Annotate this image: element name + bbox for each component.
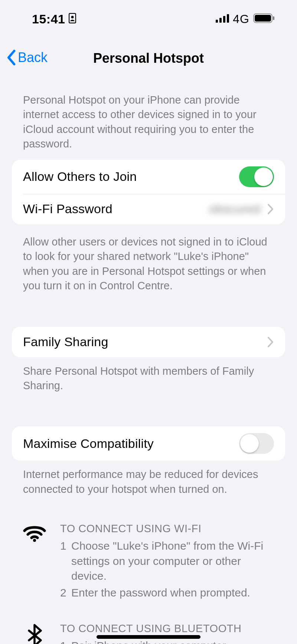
svg-rect-3 (219, 18, 222, 23)
allow-others-toggle[interactable] (239, 166, 274, 187)
svg-rect-5 (227, 14, 229, 23)
status-bar: 15:41 4G (0, 0, 297, 41)
instructions: TO CONNECT USING WI-FI 1Choose "Luke's i… (12, 523, 285, 644)
maximise-toggle[interactable] (239, 433, 274, 454)
row-maximise-compatibility[interactable]: Maximise Compatibility (12, 426, 285, 461)
allow-others-label: Allow Others to Join (23, 169, 239, 184)
cellular-signal-icon (216, 14, 229, 24)
row-wifi-password[interactable]: Wi-Fi Password obscured (12, 194, 285, 224)
id-card-icon (69, 12, 76, 26)
allow-footer: Allow other users or devices not signed … (12, 235, 285, 293)
bt-instr-title: TO CONNECT USING BLUETOOTH (60, 622, 274, 635)
wifi-instr-steps: 1Choose "Luke's iPhone" from the Wi-Fi s… (60, 539, 274, 600)
nav-header: Back Personal Hotspot (0, 41, 297, 74)
group-maximise: Maximise Compatibility (12, 426, 285, 461)
home-indicator[interactable] (97, 635, 200, 639)
maximise-label: Maximise Compatibility (23, 436, 239, 451)
intro-text: Personal Hotspot on your iPhone can prov… (12, 93, 285, 152)
wifi-icon (23, 523, 46, 602)
family-footer: Share Personal Hotspot with members of F… (12, 364, 285, 393)
battery-icon (253, 13, 275, 25)
chevron-right-icon (267, 336, 274, 348)
bluetooth-instructions: TO CONNECT USING BLUETOOTH 1Pair iPhone … (23, 622, 274, 644)
group-family: Family Sharing (12, 327, 285, 357)
maximise-footer: Internet performance may be reduced for … (12, 467, 285, 497)
wifi-instr-title: TO CONNECT USING WI-FI (60, 523, 274, 535)
svg-point-1 (71, 16, 74, 18)
page-title: Personal Hotspot (93, 51, 204, 66)
wifi-password-label: Wi-Fi Password (23, 202, 209, 216)
family-sharing-label: Family Sharing (23, 335, 261, 349)
back-button[interactable]: Back (6, 49, 48, 66)
group-allow: Allow Others to Join Wi-Fi Password obsc… (12, 160, 285, 224)
status-network: 4G (233, 12, 249, 26)
row-family-sharing[interactable]: Family Sharing (12, 327, 285, 357)
svg-rect-4 (223, 16, 225, 23)
bluetooth-icon (23, 622, 46, 644)
chevron-right-icon (267, 204, 274, 215)
back-label: Back (18, 50, 48, 65)
svg-rect-2 (216, 20, 218, 23)
wifi-password-value: obscured (209, 202, 261, 216)
svg-rect-8 (273, 16, 274, 20)
bt-instr-steps: 1Pair iPhone with your computer. 2On iPh… (60, 638, 274, 644)
svg-point-9 (33, 539, 36, 542)
row-allow-others[interactable]: Allow Others to Join (12, 160, 285, 194)
status-time: 15:41 (32, 12, 65, 26)
wifi-instructions: TO CONNECT USING WI-FI 1Choose "Luke's i… (23, 523, 274, 602)
svg-rect-7 (255, 15, 271, 22)
